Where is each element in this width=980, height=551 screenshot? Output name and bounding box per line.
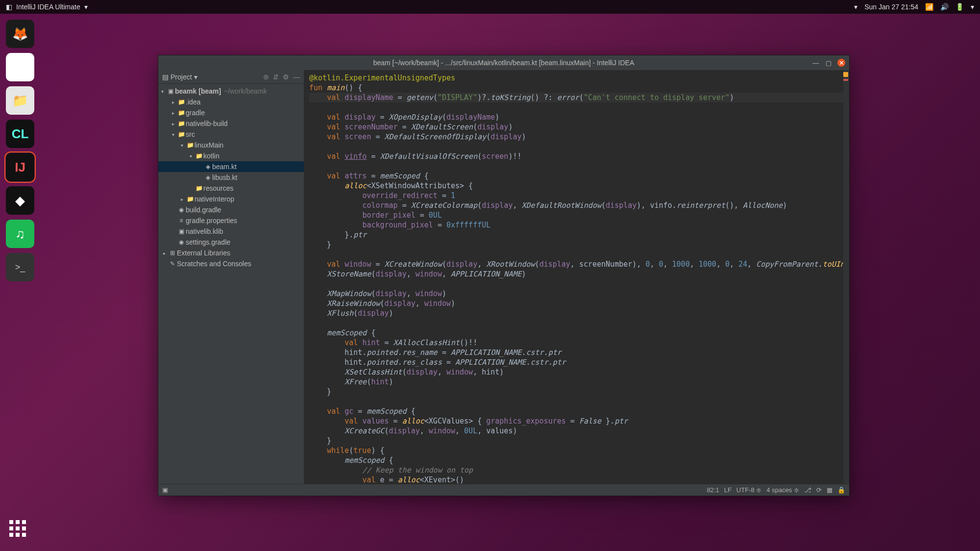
minimize-button[interactable]: — — [812, 59, 820, 67]
code-line[interactable]: memScoped { — [309, 328, 844, 338]
code-line[interactable]: val vinfo = XDefaultVisualOfScreen(scree… — [309, 151, 844, 161]
code-line[interactable]: XSetClassHint(display, window, hint) — [309, 367, 844, 377]
code-line[interactable]: fun main() { — [309, 83, 844, 93]
code-line[interactable]: val attrs = memScoped { — [309, 171, 844, 181]
code-line[interactable] — [309, 397, 844, 406]
code-line[interactable]: val window = XCreateWindow(display, XRoo… — [309, 259, 844, 269]
statusbar-message-icon[interactable]: ▣ — [162, 486, 168, 494]
tree-item-resources[interactable]: 📁resources — [158, 183, 304, 194]
window-titlebar[interactable]: beam [~/work/beamk] - .../src/linuxMain/… — [158, 55, 849, 70]
tree-item-gradle-properties[interactable]: ≡gradle.properties — [158, 215, 304, 226]
code-line[interactable]: val e = alloc<XEvent>() — [309, 475, 844, 484]
tree-item-nativelib-klib[interactable]: ▣nativelib.klib — [158, 226, 304, 237]
tree-item-libusb-kt[interactable]: ◈libusb.kt — [158, 172, 304, 183]
tree-item-kotlin[interactable]: ▾📁kotlin — [158, 150, 304, 161]
lock-icon[interactable]: 🔒 — [837, 486, 845, 494]
app-menu-name[interactable]: IntelliJ IDEA Ultimate — [16, 3, 80, 11]
code-line[interactable]: val hint = XAllocClassHint()!! — [309, 338, 844, 348]
warning-marker-icon[interactable] — [843, 72, 848, 77]
code-line[interactable]: val displayName = getenv("DISPLAY")?.toK… — [309, 93, 844, 102]
tree-item-external-libraries[interactable]: ▸⊞External Libraries — [158, 248, 304, 258]
code-line[interactable]: } — [309, 436, 844, 446]
dock-intellij[interactable]: IJ — [6, 153, 34, 181]
show-applications-button[interactable] — [7, 518, 28, 539]
tree-item--idea[interactable]: ▸📁.idea — [158, 97, 304, 107]
code-line[interactable] — [309, 279, 844, 289]
code-line[interactable]: colormap = XCreateColormap(display, XDef… — [309, 200, 844, 210]
system-menu-icon[interactable]: ▾ — [971, 3, 974, 11]
code-line[interactable]: override_redirect = 1 — [309, 191, 844, 200]
code-line[interactable]: XFree(hint) — [309, 377, 844, 387]
select-opened-file-icon[interactable]: ⊚ — [263, 73, 269, 81]
network-icon[interactable]: 📶 — [925, 3, 933, 11]
line-separator[interactable]: LF — [724, 486, 732, 494]
code-line[interactable]: } — [309, 240, 844, 250]
indent-setting[interactable]: 4 spaces ≑ — [766, 486, 799, 494]
sync-icon[interactable]: ⟳ — [816, 486, 822, 494]
code-line[interactable]: border_pixel = 0UL — [309, 210, 844, 220]
code-line[interactable]: memScoped { — [309, 455, 844, 465]
tree-item-nativelib-build[interactable]: ▸📁nativelib-build — [158, 118, 304, 129]
dock-spotify[interactable]: ♫ — [6, 220, 34, 248]
tree-item-src[interactable]: ▾📁src — [158, 129, 304, 140]
editor-marker-gutter[interactable] — [843, 70, 849, 484]
dock-files[interactable]: 📁 — [6, 86, 34, 115]
dock-firefox[interactable]: 🦊 — [6, 20, 34, 48]
code-line[interactable]: XCreateGC(display, window, 0UL, values) — [309, 426, 844, 436]
code-editor[interactable]: @kotlin.ExperimentalUnsignedTypesfun mai… — [304, 70, 849, 484]
code-line[interactable]: val values = alloc<XGCValues> { graphics… — [309, 416, 844, 426]
git-icon[interactable]: ⎇ — [804, 486, 811, 494]
code-line[interactable]: XFlush(display) — [309, 308, 844, 318]
code-line[interactable]: XStoreName(display, window, APPLICATION_… — [309, 269, 844, 279]
tree-root[interactable]: ▾▣beamk [beam]~/work/beamk — [158, 86, 304, 97]
tree-item-gradle[interactable]: ▸📁gradle — [158, 107, 304, 118]
sidebar-title[interactable]: Project — [171, 73, 192, 81]
error-marker-icon[interactable] — [843, 79, 848, 81]
cursor-position[interactable]: 82:1 — [707, 486, 719, 494]
code-line[interactable]: XMapWindow(display, window) — [309, 289, 844, 299]
code-line[interactable] — [309, 161, 844, 171]
maximize-button[interactable]: ▢ — [825, 59, 833, 67]
notification-icon[interactable]: ▾ — [854, 3, 858, 11]
dock-clion[interactable]: CL — [6, 120, 34, 148]
close-button[interactable]: ✕ — [837, 59, 845, 67]
code-line[interactable] — [309, 142, 844, 151]
dock-jetbrains-toolbox[interactable]: ◆ — [6, 186, 34, 215]
code-line[interactable]: // Keep the window on top — [309, 465, 844, 475]
code-line[interactable]: XRaiseWindow(display, window) — [309, 299, 844, 308]
code-line[interactable] — [309, 250, 844, 259]
code-line[interactable] — [309, 318, 844, 328]
volume-icon[interactable]: 🔊 — [940, 3, 949, 11]
code-line[interactable]: @kotlin.ExperimentalUnsignedTypes — [309, 73, 844, 83]
datetime[interactable]: Sun Jan 27 21:54 — [864, 3, 918, 11]
code-line[interactable]: val display = XOpenDisplay(displayName) — [309, 112, 844, 122]
code-line[interactable]: val screen = XDefaultScreenOfDisplay(dis… — [309, 132, 844, 142]
code-line[interactable]: while(true) { — [309, 446, 844, 455]
dock-chrome[interactable]: ◉ — [6, 53, 34, 81]
tree-item-settings-gradle[interactable]: ◉settings.gradle — [158, 237, 304, 248]
project-tree[interactable]: ▾▣beamk [beam]~/work/beamk▸📁.idea▸📁gradl… — [158, 84, 304, 271]
file-encoding[interactable]: UTF-8 ≑ — [736, 486, 761, 494]
app-menu-icon[interactable]: ◧ — [6, 3, 12, 11]
code-line[interactable]: alloc<XSetWindowAttributes> { — [309, 181, 844, 191]
code-line[interactable]: hint.pointed.res_class = APPLICATION_NAM… — [309, 357, 844, 367]
code-line[interactable]: val gc = memScoped { — [309, 406, 844, 416]
battery-icon[interactable]: 🔋 — [956, 3, 964, 11]
code-line[interactable]: } — [309, 387, 844, 397]
code-line[interactable]: background_pixel = 0xffffffUL — [309, 220, 844, 230]
expand-all-icon[interactable]: ⇵ — [273, 73, 279, 81]
tree-item-scratches-and-consoles[interactable]: ✎Scratches and Consoles — [158, 258, 304, 269]
tree-item-linuxmain[interactable]: ▾📁linuxMain — [158, 140, 304, 150]
code-line[interactable]: }.ptr — [309, 230, 844, 240]
code-line[interactable]: hint.pointed.res_name = APPLICATION_NAME… — [309, 348, 844, 357]
tree-item-build-gradle[interactable]: ◉build.gradle — [158, 204, 304, 215]
settings-icon[interactable]: ⚙ — [283, 73, 289, 81]
tree-item-beam-kt[interactable]: ◈beam.kt — [158, 161, 304, 172]
tree-item-nativeinterop[interactable]: ▸📁nativeInterop — [158, 194, 304, 204]
memory-icon[interactable]: ▦ — [827, 486, 833, 494]
dock-terminal[interactable]: >_ — [6, 253, 34, 281]
code-line[interactable]: val screenNumber = XDefaultScreen(displa… — [309, 122, 844, 132]
code-line[interactable] — [309, 102, 844, 112]
hide-icon[interactable]: — — [293, 73, 300, 81]
dropdown-icon[interactable]: ▾ — [194, 73, 197, 81]
